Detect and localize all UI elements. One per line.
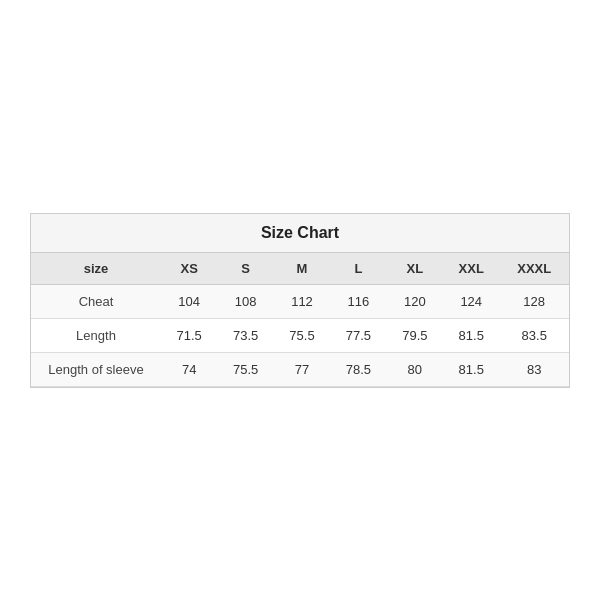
col-header-xxl: XXL bbox=[443, 253, 499, 285]
size-table: size XS S M L XL XXL XXXL Cheat104108112… bbox=[31, 253, 569, 387]
row-value: 77.5 bbox=[330, 318, 386, 352]
row-value: 73.5 bbox=[217, 318, 273, 352]
row-value: 74 bbox=[161, 352, 217, 386]
row-label: Length of sleeve bbox=[31, 352, 161, 386]
row-value: 79.5 bbox=[387, 318, 443, 352]
row-value: 77 bbox=[274, 352, 330, 386]
chart-title-row: Size Chart bbox=[31, 214, 569, 253]
header-row: size XS S M L XL XXL XXXL bbox=[31, 253, 569, 285]
row-value: 104 bbox=[161, 284, 217, 318]
row-label: Length bbox=[31, 318, 161, 352]
table-row: Length71.573.575.577.579.581.583.5 bbox=[31, 318, 569, 352]
col-header-m: M bbox=[274, 253, 330, 285]
row-value: 83.5 bbox=[499, 318, 569, 352]
row-value: 75.5 bbox=[217, 352, 273, 386]
col-header-xxxl: XXXL bbox=[499, 253, 569, 285]
row-value: 128 bbox=[499, 284, 569, 318]
row-value: 83 bbox=[499, 352, 569, 386]
col-header-s: S bbox=[217, 253, 273, 285]
col-header-xl: XL bbox=[387, 253, 443, 285]
row-value: 116 bbox=[330, 284, 386, 318]
size-chart: Size Chart size XS S M L XL XXL XXXL Che… bbox=[30, 213, 570, 388]
row-value: 108 bbox=[217, 284, 273, 318]
table-row: Cheat104108112116120124128 bbox=[31, 284, 569, 318]
row-value: 124 bbox=[443, 284, 499, 318]
row-value: 120 bbox=[387, 284, 443, 318]
row-value: 78.5 bbox=[330, 352, 386, 386]
chart-title: Size Chart bbox=[261, 224, 339, 241]
row-label: Cheat bbox=[31, 284, 161, 318]
table-row: Length of sleeve7475.57778.58081.583 bbox=[31, 352, 569, 386]
col-header-xs: XS bbox=[161, 253, 217, 285]
col-header-label: size bbox=[31, 253, 161, 285]
row-value: 81.5 bbox=[443, 352, 499, 386]
row-value: 80 bbox=[387, 352, 443, 386]
row-value: 112 bbox=[274, 284, 330, 318]
col-header-l: L bbox=[330, 253, 386, 285]
row-value: 75.5 bbox=[274, 318, 330, 352]
row-value: 71.5 bbox=[161, 318, 217, 352]
row-value: 81.5 bbox=[443, 318, 499, 352]
